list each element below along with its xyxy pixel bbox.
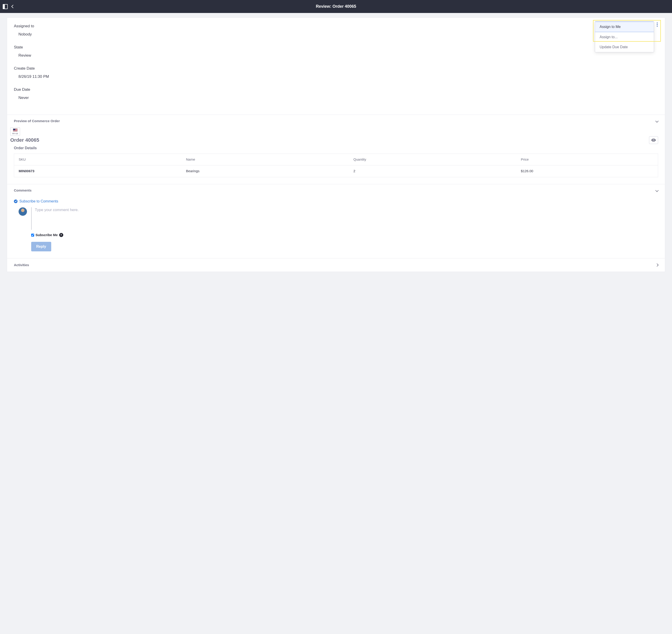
subscribe-me-row: Subscribe Me ?	[31, 233, 658, 238]
due-date-label: Due Date	[14, 87, 658, 93]
back-button[interactable]	[11, 5, 14, 8]
subscribe-to-comments-link[interactable]: Subscribe to Comments	[14, 199, 58, 204]
subscribe-link-text: Subscribe to Comments	[19, 199, 58, 204]
actions-menu-button[interactable]	[655, 21, 659, 28]
field-state: State Review	[14, 44, 658, 58]
state-label: State	[14, 44, 658, 50]
cell-name: Bearings	[181, 165, 349, 177]
preview-body: en-us Order 40065 Order Details SKU Name…	[7, 127, 665, 184]
col-name: Name	[181, 153, 349, 165]
field-assigned-to: Assigned to Nobody	[14, 23, 658, 37]
help-icon[interactable]: ?	[59, 233, 63, 237]
cell-price: $126.00	[516, 165, 658, 177]
table-header-row: SKU Name Quantity Price	[14, 153, 658, 165]
col-qty: Quantity	[349, 153, 516, 165]
order-heading-row: Order 40065	[14, 136, 658, 144]
comment-input[interactable]	[35, 208, 658, 227]
assigned-to-label: Assigned to	[14, 23, 658, 29]
activities-section: Activities	[7, 258, 665, 272]
comments-section: Comments Subscribe to Comments Subscribe…	[7, 184, 665, 258]
order-heading: Order 40065	[10, 136, 39, 144]
locale-text: en-us	[12, 132, 18, 135]
task-details-section: Assigned to Nobody State Review Create D…	[7, 18, 665, 115]
kebab-icon	[657, 23, 658, 23]
actions-menu-popover: Assign to Me Assign to... Update Due Dat…	[595, 21, 654, 52]
subscribe-me-label: Subscribe Me	[36, 233, 58, 238]
us-flag-icon	[13, 128, 18, 131]
col-sku: SKU	[14, 153, 182, 165]
col-price: Price	[516, 153, 658, 165]
kebab-icon	[657, 24, 658, 25]
assigned-to-value: Nobody	[14, 31, 658, 37]
create-date-value: 8/26/19 11:30 PM	[14, 74, 658, 80]
actions-menu-anchor	[655, 21, 659, 28]
subscribe-me-checkbox[interactable]	[31, 234, 34, 237]
order-subheading: Order Details	[14, 145, 658, 151]
chevron-down-icon	[655, 189, 658, 192]
user-avatar	[19, 207, 27, 216]
field-due-date: Due Date Never	[14, 87, 658, 101]
kebab-icon	[657, 26, 658, 27]
chevron-left-icon	[11, 5, 15, 8]
locale-chip[interactable]: en-us	[10, 127, 20, 136]
comment-compose-row	[19, 207, 658, 230]
order-details-table: SKU Name Quantity Price MIN00673 Bearing…	[14, 153, 658, 177]
panel-icon	[3, 4, 8, 9]
app-header: Review: Order 40065	[0, 0, 672, 13]
cell-sku: MIN00673	[14, 165, 182, 177]
create-date-label: Create Date	[14, 66, 658, 71]
state-value: Review	[14, 52, 658, 58]
comment-input-wrap	[31, 207, 658, 230]
comments-section-header[interactable]: Comments	[7, 184, 665, 197]
check-circle-icon	[14, 199, 18, 203]
preview-toggle-button[interactable]	[649, 136, 658, 144]
toggle-sidebar-button[interactable]	[3, 4, 8, 9]
activities-section-title: Activities	[14, 263, 29, 268]
preview-section: Preview of Commerce Order en-us Order 40…	[7, 115, 665, 184]
preview-section-header[interactable]: Preview of Commerce Order	[7, 115, 665, 127]
reply-button[interactable]: Reply	[31, 242, 51, 251]
due-date-value: Never	[14, 95, 658, 101]
table-row: MIN00673 Bearings 2 $126.00	[14, 165, 658, 177]
menu-item-assign-to-me[interactable]: Assign to Me	[595, 22, 654, 32]
comments-body: Subscribe to Comments Subscribe Me ? Rep…	[7, 197, 665, 258]
eye-icon	[651, 139, 656, 142]
activities-section-header[interactable]: Activities	[7, 259, 665, 272]
chevron-right-icon	[655, 263, 658, 267]
field-create-date: Create Date 8/26/19 11:30 PM	[14, 66, 658, 79]
menu-item-assign-to[interactable]: Assign to...	[595, 32, 654, 42]
page-title: Review: Order 40065	[316, 3, 356, 9]
comments-section-title: Comments	[14, 188, 32, 193]
preview-section-title: Preview of Commerce Order	[14, 119, 60, 124]
menu-item-update-due-date[interactable]: Update Due Date	[595, 42, 654, 52]
cell-qty: 2	[349, 165, 516, 177]
main-card: Assigned to Nobody State Review Create D…	[7, 18, 665, 272]
header-left-controls	[3, 4, 14, 9]
chevron-down-icon	[655, 119, 658, 123]
